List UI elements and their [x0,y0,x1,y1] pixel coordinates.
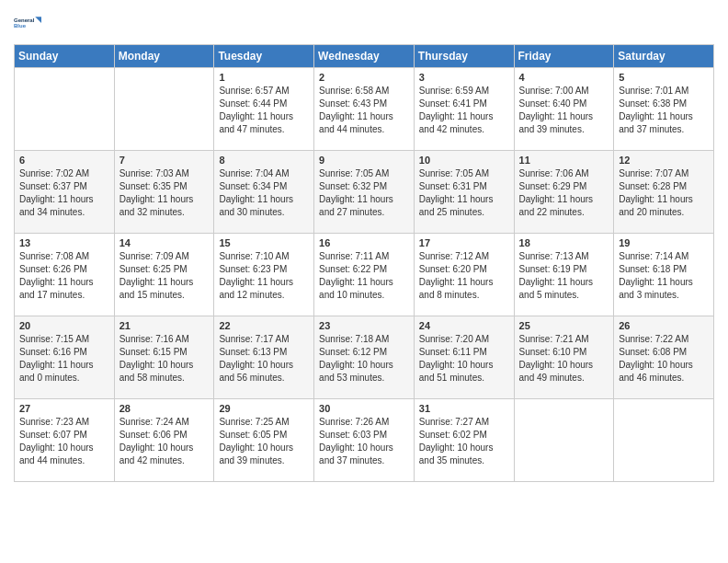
calendar-cell: 15Sunrise: 7:10 AM Sunset: 6:23 PM Dayli… [214,234,314,316]
day-number: 18 [519,237,609,248]
cell-content: Sunrise: 7:10 AM Sunset: 6:23 PM Dayligh… [219,250,309,302]
day-number: 23 [319,320,409,331]
calendar-cell: 10Sunrise: 7:05 AM Sunset: 6:31 PM Dayli… [414,151,514,234]
calendar-cell: 26Sunrise: 7:22 AM Sunset: 6:08 PM Dayli… [614,316,714,399]
day-number: 3 [419,72,509,83]
day-number: 10 [419,155,509,166]
cell-content: Sunrise: 7:07 AM Sunset: 6:28 PM Dayligh… [619,167,709,219]
cell-content: Sunrise: 7:09 AM Sunset: 6:25 PM Dayligh… [119,250,210,302]
cell-content: Sunrise: 7:24 AM Sunset: 6:06 PM Dayligh… [119,416,210,467]
svg-text:General: General [14,17,35,23]
calendar-cell: 14Sunrise: 7:09 AM Sunset: 6:25 PM Dayli… [114,234,214,316]
day-header-friday: Friday [514,45,614,68]
calendar-cell: 20Sunrise: 7:15 AM Sunset: 6:16 PM Dayli… [15,316,115,399]
calendar-cell [614,399,714,482]
calendar-cell: 21Sunrise: 7:16 AM Sunset: 6:15 PM Dayli… [114,316,214,399]
day-number: 28 [119,403,210,414]
day-number: 29 [219,403,309,414]
day-number: 6 [19,155,109,166]
cell-content: Sunrise: 7:11 AM Sunset: 6:22 PM Dayligh… [319,250,409,302]
day-number: 15 [219,237,309,248]
day-number: 5 [619,72,709,83]
calendar-cell: 29Sunrise: 7:25 AM Sunset: 6:05 PM Dayli… [214,399,314,482]
day-number: 26 [619,320,709,331]
calendar-cell: 28Sunrise: 7:24 AM Sunset: 6:06 PM Dayli… [114,399,214,482]
day-header-tuesday: Tuesday [214,45,314,68]
day-number: 20 [19,320,109,331]
day-number: 16 [319,237,409,248]
day-number: 22 [219,320,309,331]
day-number: 14 [119,237,210,248]
cell-content: Sunrise: 7:17 AM Sunset: 6:13 PM Dayligh… [219,333,309,385]
cell-content: Sunrise: 7:20 AM Sunset: 6:11 PM Dayligh… [419,333,509,385]
calendar-cell [15,68,115,151]
calendar-cell: 8Sunrise: 7:04 AM Sunset: 6:34 PM Daylig… [214,151,314,234]
cell-content: Sunrise: 7:26 AM Sunset: 6:03 PM Dayligh… [319,416,409,467]
day-number: 17 [419,237,509,248]
logo-icon: GeneralBlue [14,9,41,37]
calendar-cell: 23Sunrise: 7:18 AM Sunset: 6:12 PM Dayli… [314,316,415,399]
svg-text:Blue: Blue [14,23,27,29]
day-number: 31 [419,403,509,414]
day-number: 24 [419,320,509,331]
calendar-cell: 11Sunrise: 7:06 AM Sunset: 6:29 PM Dayli… [514,151,614,234]
cell-content: Sunrise: 7:14 AM Sunset: 6:18 PM Dayligh… [619,250,709,302]
day-header-sunday: Sunday [15,45,115,68]
cell-content: Sunrise: 7:23 AM Sunset: 6:07 PM Dayligh… [19,416,109,467]
calendar-cell: 16Sunrise: 7:11 AM Sunset: 6:22 PM Dayli… [314,234,415,316]
cell-content: Sunrise: 7:05 AM Sunset: 6:32 PM Dayligh… [319,167,409,219]
calendar-cell [114,68,214,151]
cell-content: Sunrise: 7:18 AM Sunset: 6:12 PM Dayligh… [319,333,409,385]
cell-content: Sunrise: 7:08 AM Sunset: 6:26 PM Dayligh… [19,250,109,302]
cell-content: Sunrise: 7:12 AM Sunset: 6:20 PM Dayligh… [419,250,509,302]
svg-marker-2 [35,17,41,23]
calendar-cell [514,399,614,482]
calendar-cell: 3Sunrise: 6:59 AM Sunset: 6:41 PM Daylig… [414,68,514,151]
calendar-cell: 18Sunrise: 7:13 AM Sunset: 6:19 PM Dayli… [514,234,614,316]
day-number: 12 [619,155,709,166]
cell-content: Sunrise: 7:16 AM Sunset: 6:15 PM Dayligh… [119,333,210,385]
cell-content: Sunrise: 7:05 AM Sunset: 6:31 PM Dayligh… [419,167,509,219]
day-number: 7 [119,155,210,166]
cell-content: Sunrise: 7:22 AM Sunset: 6:08 PM Dayligh… [619,333,709,385]
day-header-thursday: Thursday [414,45,514,68]
calendar-cell: 9Sunrise: 7:05 AM Sunset: 6:32 PM Daylig… [314,151,415,234]
calendar-cell: 13Sunrise: 7:08 AM Sunset: 6:26 PM Dayli… [15,234,115,316]
day-number: 2 [319,72,409,83]
day-number: 1 [219,72,309,83]
cell-content: Sunrise: 7:06 AM Sunset: 6:29 PM Dayligh… [519,167,609,219]
day-number: 25 [519,320,609,331]
cell-content: Sunrise: 7:15 AM Sunset: 6:16 PM Dayligh… [19,333,109,385]
day-number: 13 [19,237,109,248]
day-number: 21 [119,320,210,331]
cell-content: Sunrise: 7:03 AM Sunset: 6:35 PM Dayligh… [119,167,210,219]
cell-content: Sunrise: 7:25 AM Sunset: 6:05 PM Dayligh… [219,416,309,467]
day-header-monday: Monday [114,45,214,68]
cell-content: Sunrise: 7:04 AM Sunset: 6:34 PM Dayligh… [219,167,309,219]
cell-content: Sunrise: 6:57 AM Sunset: 6:44 PM Dayligh… [219,85,309,136]
logo: GeneralBlue [14,9,41,37]
day-number: 11 [519,155,609,166]
cell-content: Sunrise: 7:00 AM Sunset: 6:40 PM Dayligh… [519,85,609,136]
cell-content: Sunrise: 7:01 AM Sunset: 6:38 PM Dayligh… [619,85,709,136]
calendar-cell: 31Sunrise: 7:27 AM Sunset: 6:02 PM Dayli… [414,399,514,482]
cell-content: Sunrise: 6:58 AM Sunset: 6:43 PM Dayligh… [319,85,409,136]
cell-content: Sunrise: 6:59 AM Sunset: 6:41 PM Dayligh… [419,85,509,136]
calendar-cell: 27Sunrise: 7:23 AM Sunset: 6:07 PM Dayli… [15,399,115,482]
cell-content: Sunrise: 7:02 AM Sunset: 6:37 PM Dayligh… [19,167,109,219]
calendar-cell: 25Sunrise: 7:21 AM Sunset: 6:10 PM Dayli… [514,316,614,399]
calendar-cell: 6Sunrise: 7:02 AM Sunset: 6:37 PM Daylig… [15,151,115,234]
day-number: 9 [319,155,409,166]
calendar-cell: 7Sunrise: 7:03 AM Sunset: 6:35 PM Daylig… [114,151,214,234]
calendar-table: SundayMondayTuesdayWednesdayThursdayFrid… [14,44,714,482]
calendar-cell: 5Sunrise: 7:01 AM Sunset: 6:38 PM Daylig… [614,68,714,151]
day-number: 8 [219,155,309,166]
day-number: 30 [319,403,409,414]
day-number: 4 [519,72,609,83]
calendar-cell: 22Sunrise: 7:17 AM Sunset: 6:13 PM Dayli… [214,316,314,399]
day-number: 27 [19,403,109,414]
cell-content: Sunrise: 7:27 AM Sunset: 6:02 PM Dayligh… [419,416,509,467]
day-number: 19 [619,237,709,248]
cell-content: Sunrise: 7:13 AM Sunset: 6:19 PM Dayligh… [519,250,609,302]
calendar-cell: 12Sunrise: 7:07 AM Sunset: 6:28 PM Dayli… [614,151,714,234]
